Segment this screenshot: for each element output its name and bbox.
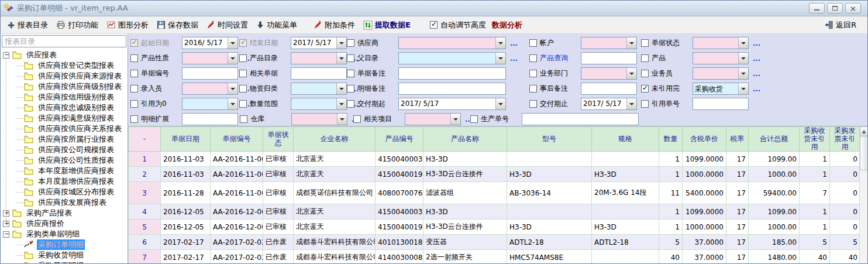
tree-item[interactable]: 供应商按供应商来源报表: [1, 71, 128, 81]
end-date-checkbox[interactable]: [239, 39, 247, 47]
related-doc-checkbox[interactable]: [239, 70, 247, 77]
warehouse-checkbox[interactable]: [240, 115, 247, 123]
entry-clerk-select[interactable]: [182, 83, 238, 95]
col-header-prod-no[interactable]: 产品编号: [376, 127, 423, 152]
prod-catalog-checkbox[interactable]: [239, 54, 247, 62]
extra-conditions-button[interactable]: 附加条件: [309, 18, 359, 32]
related-doc-input[interactable]: [291, 67, 347, 80]
grid-row[interactable]: 7 2017-02-17 AA-2017-02-029 已作废 成都泰斗宏科科技…: [129, 250, 860, 264]
biz-staff-more-button[interactable]: …: [753, 69, 760, 78]
account-select[interactable]: [581, 37, 637, 49]
tree-item[interactable]: 供应商按满意级别报表: [1, 113, 128, 124]
after-memo-input[interactable]: [581, 83, 637, 95]
material-class-select[interactable]: [291, 83, 347, 95]
start-date-select[interactable]: 2016/ 5/17: [182, 37, 238, 49]
biz-staff-select[interactable]: [693, 67, 749, 80]
biz-staff-checkbox[interactable]: [641, 70, 649, 77]
biz-dept-checkbox[interactable]: [529, 70, 537, 77]
scrollbar-thumb[interactable]: [860, 136, 867, 170]
qty-range-checkbox[interactable]: [239, 100, 247, 108]
function-menu-button[interactable]: 功能菜单: [252, 18, 301, 32]
tree-item[interactable]: 供应商按供应商关系报表: [1, 124, 128, 134]
prod-order-no-checkbox[interactable]: [470, 115, 478, 123]
tree-item[interactable]: 供应报表: [1, 50, 128, 60]
col-header-spec[interactable]: 规格: [592, 127, 659, 152]
deliver-from-checkbox[interactable]: [347, 100, 354, 108]
ref-doc-no-checkbox[interactable]: [641, 100, 649, 108]
not-fully-ref-checkbox[interactable]: [641, 85, 649, 92]
prod-order-no-input[interactable]: [522, 113, 639, 125]
extract-data-button[interactable]: 提取数据E: [359, 18, 415, 32]
prod-nature-checkbox[interactable]: [130, 54, 138, 62]
close-button[interactable]: ×: [845, 3, 861, 13]
supplier-checkbox[interactable]: [347, 39, 354, 47]
tree-item[interactable]: 本年度新增供应商报表: [1, 166, 128, 176]
grid-row[interactable]: 6 2017-02-17 AA-2017-02-029 已作废 成都泰斗宏科科技…: [129, 235, 860, 250]
material-class-checkbox[interactable]: [239, 85, 247, 92]
minimize-button[interactable]: [809, 3, 825, 13]
start-date-checkbox[interactable]: [130, 39, 138, 47]
deliver-to-checkbox[interactable]: [529, 100, 537, 108]
tree-item[interactable]: 供应商按登记类型报表: [1, 60, 128, 71]
product-select[interactable]: [693, 52, 749, 64]
expand-toggle-icon[interactable]: [3, 52, 9, 59]
parent-catalog-select[interactable]: [398, 52, 506, 64]
auto-height-toggle[interactable]: 自动调节高度: [430, 20, 486, 30]
tree-item[interactable]: 采购订单明细: [1, 239, 128, 250]
doc-status-select[interactable]: [693, 37, 749, 49]
grid-row[interactable]: 1 2016-11-03 AA-2016-11-0002 已审核 北京蓝天 41…: [129, 152, 860, 167]
biz-dept-select[interactable]: [581, 67, 637, 80]
return-button[interactable]: 返回R: [820, 18, 860, 32]
prod-nature-select[interactable]: [182, 52, 238, 64]
ref-zero-select[interactable]: [182, 98, 238, 110]
tree-item[interactable]: 供应商按所属行业报表: [1, 134, 128, 145]
expand-toggle-icon[interactable]: [3, 221, 9, 227]
col-header-recv-unref[interactable]: 采购收货未引用: [800, 127, 830, 152]
prod-catalog-select[interactable]: [291, 52, 347, 64]
tree-item[interactable]: 供应商按发展商报表: [1, 197, 128, 208]
grid-row[interactable]: 5 2016-12-05 AA-2016-12-0001 已审核 北京蓝天 41…: [129, 220, 860, 235]
tree-item[interactable]: 供应商按公司规模报表: [1, 145, 128, 155]
parent-catalog-checkbox[interactable]: [347, 54, 354, 62]
tree-item[interactable]: 采购类单据明细: [1, 229, 128, 239]
col-header-index[interactable]: -: [129, 127, 161, 152]
tree-item[interactable]: 供应商按供应商级别报表: [1, 81, 128, 92]
product-more-button[interactable]: …: [753, 54, 760, 63]
tree-item[interactable]: 供应商按信用级别报表: [1, 92, 128, 102]
col-header-inv-unref[interactable]: 采购发票未引用: [830, 127, 860, 152]
chart-analysis-button[interactable]: 图形分析: [102, 18, 153, 32]
col-header-company[interactable]: 企业名称: [294, 127, 376, 152]
doc-status-checkbox[interactable]: [641, 39, 649, 47]
deliver-to-select[interactable]: 2017/ 5/17: [581, 98, 637, 110]
not-fully-ref-select[interactable]: 采购收货: [693, 83, 749, 95]
expand-toggle-icon[interactable]: [3, 210, 9, 217]
tree-item[interactable]: 供应商按城区分布报表: [1, 187, 128, 197]
warehouse-select[interactable]: [291, 113, 347, 125]
doc-memo-input[interactable]: [398, 67, 506, 80]
data-analysis-button[interactable]: 数据分析: [486, 20, 528, 30]
qty-range-select[interactable]: [291, 98, 347, 110]
related-project-checkbox[interactable]: [353, 115, 361, 123]
detail-memo-input[interactable]: [398, 83, 506, 95]
col-header-doc-date[interactable]: 单据日期: [161, 127, 211, 152]
scroll-up-button[interactable]: ▲: [860, 126, 867, 136]
tree-item[interactable]: 采购开票明细: [1, 260, 128, 264]
expand-toggle-icon[interactable]: [3, 231, 9, 238]
report-catalog-box[interactable]: 报表目录: [2, 35, 126, 47]
detail-memo-checkbox[interactable]: [347, 85, 354, 92]
ref-doc-no-input[interactable]: [693, 98, 749, 110]
col-header-total[interactable]: 合计总额: [749, 127, 800, 152]
product-checkbox[interactable]: [641, 54, 649, 62]
deliver-from-select[interactable]: 2017/ 5/17: [398, 98, 506, 110]
related-project-select[interactable]: [405, 113, 461, 125]
end-date-select[interactable]: 2017/ 5/17: [291, 37, 347, 49]
tree-item[interactable]: 采购产品报表: [1, 208, 128, 218]
detail-ext-checkbox[interactable]: [130, 115, 138, 123]
doc-status-more-button[interactable]: …: [753, 39, 760, 47]
time-settings-button[interactable]: 时间设置: [202, 18, 252, 32]
supplier-select[interactable]: [398, 37, 506, 49]
prod-query-input[interactable]: [581, 52, 637, 64]
doc-no-checkbox[interactable]: [130, 70, 138, 77]
entry-clerk-checkbox[interactable]: [130, 85, 138, 92]
col-header-model[interactable]: 型号: [507, 127, 592, 152]
